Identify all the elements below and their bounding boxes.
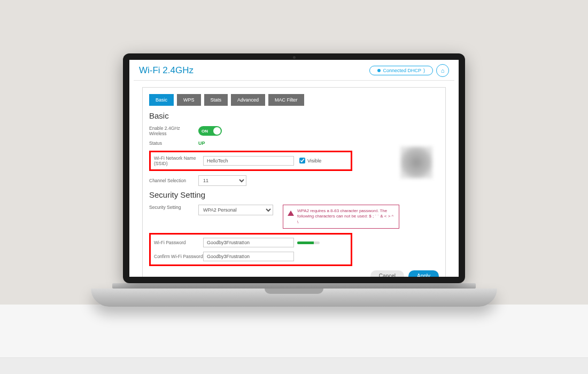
ssid-visible-label: Visible bbox=[307, 158, 321, 163]
toggle-knob-icon bbox=[213, 127, 221, 135]
tab-stats[interactable]: Stats bbox=[204, 94, 228, 106]
confirm-password-label: Confirm Wi-Fi Password bbox=[154, 254, 203, 259]
wifi-password-input[interactable] bbox=[203, 238, 294, 247]
tab-wps[interactable]: WPS bbox=[177, 94, 201, 106]
channel-selection-label: Channel Selection bbox=[149, 178, 198, 183]
confirm-password-input[interactable] bbox=[203, 252, 294, 261]
security-section-heading: Security Setting bbox=[149, 190, 439, 199]
enable-wireless-toggle[interactable]: ON bbox=[198, 126, 222, 136]
password-requirements-warning: WPA2 requires a 8-63 character password.… bbox=[283, 205, 399, 229]
laptop-hinge bbox=[112, 283, 476, 289]
screen: Wi-Fi 2.4GHz Connected DHCP ) ⌂ bbox=[129, 60, 459, 277]
ssid-highlight-box: Wi-Fi Network Name (SSID) Visible bbox=[149, 151, 352, 171]
toggle-on-text: ON bbox=[202, 129, 208, 134]
security-setting-select[interactable]: WPA2 Personal bbox=[198, 205, 273, 215]
enable-wireless-label: Enable 2.4GHz Wireless bbox=[149, 126, 198, 136]
wifi-password-label: Wi-Fi Password bbox=[154, 240, 203, 245]
channel-select[interactable]: 11 bbox=[198, 175, 246, 186]
status-value: UP bbox=[198, 141, 205, 146]
status-dot-icon bbox=[377, 69, 381, 72]
password-highlight-box: Wi-Fi Password Confirm Wi-Fi Password bbox=[149, 233, 352, 266]
router-admin-page: Wi-Fi 2.4GHz Connected DHCP ) ⌂ bbox=[129, 60, 459, 277]
tab-advanced[interactable]: Advanced bbox=[231, 94, 265, 106]
connection-status-text: Connected DHCP bbox=[383, 68, 421, 73]
tab-basic[interactable]: Basic bbox=[149, 94, 174, 106]
ssid-label: Wi-Fi Network Name (SSID) bbox=[154, 155, 203, 166]
screen-bezel: Wi-Fi 2.4GHz Connected DHCP ) ⌂ bbox=[123, 53, 465, 283]
page-title: Wi-Fi 2.4GHz bbox=[139, 65, 194, 76]
home-button[interactable]: ⌂ bbox=[436, 64, 449, 77]
blurred-graphic bbox=[400, 146, 432, 178]
warning-triangle-icon bbox=[288, 207, 294, 216]
tab-bar: Basic WPS Stats Advanced MAC Filter bbox=[149, 94, 439, 106]
basic-section-heading: Basic bbox=[149, 111, 439, 120]
action-buttons: Cancel Apply bbox=[149, 270, 439, 277]
laptop-base bbox=[91, 289, 497, 307]
page-header: Wi-Fi 2.4GHz Connected DHCP ) ⌂ bbox=[134, 63, 454, 81]
security-setting-label: Security Setting bbox=[149, 205, 198, 210]
warning-text: WPA2 requires a 8-63 character password.… bbox=[297, 208, 394, 225]
laptop-frame: Wi-Fi 2.4GHz Connected DHCP ) ⌂ bbox=[123, 53, 465, 307]
laptop-notch bbox=[265, 289, 323, 294]
pill-close-paren: ) bbox=[423, 68, 425, 73]
connection-status-pill[interactable]: Connected DHCP ) bbox=[369, 66, 433, 75]
status-label: Status bbox=[149, 141, 198, 146]
camera-dot bbox=[293, 56, 296, 59]
settings-panel: Basic WPS Stats Advanced MAC Filter Basi… bbox=[142, 87, 446, 277]
cancel-button[interactable]: Cancel bbox=[370, 270, 404, 277]
apply-button[interactable]: Apply bbox=[408, 270, 439, 277]
ssid-input[interactable] bbox=[203, 156, 294, 166]
password-strength-meter bbox=[297, 241, 320, 244]
home-icon: ⌂ bbox=[441, 67, 445, 74]
tab-mac-filter[interactable]: MAC Filter bbox=[268, 94, 304, 106]
ssid-visible-checkbox[interactable] bbox=[299, 158, 305, 163]
